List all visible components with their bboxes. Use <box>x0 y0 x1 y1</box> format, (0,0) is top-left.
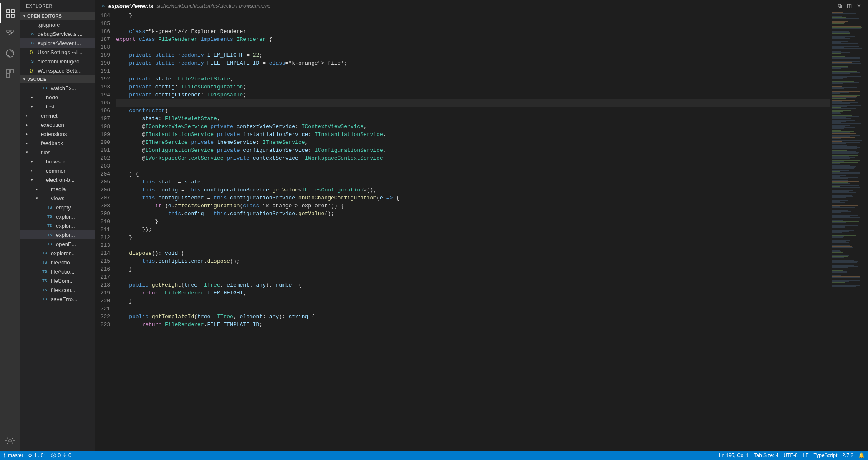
tab-filepath: src/vs/workbench/parts/files/electron-br… <box>156 3 270 9</box>
status-bar: ᚶ master ⟳ 1↓ 0↑ ⓧ 0 ⚠ 0 Ln 195, Col 1 T… <box>0 451 868 460</box>
svg-point-4 <box>9 440 11 442</box>
status-tab-size[interactable]: Tab Size: 4 <box>754 452 778 458</box>
status-language[interactable]: TypeScript <box>814 452 838 458</box>
tree-item-label: emmet <box>41 113 58 119</box>
close-icon[interactable]: ✕ <box>857 3 861 9</box>
file-type-badge: TS <box>46 224 53 228</box>
tree-item[interactable]: TSwatchEx... <box>20 83 95 93</box>
file-name: explorerViewer.t... <box>38 40 81 46</box>
svg-rect-1 <box>6 70 10 73</box>
status-encoding[interactable]: UTF-8 <box>784 452 798 458</box>
workspace-header[interactable]: ▾ VSCODE <box>20 75 95 83</box>
tree-item-label: saveErro... <box>51 296 77 302</box>
tree-item[interactable]: ▸common <box>20 166 95 175</box>
file-type-badge: TS <box>41 279 48 283</box>
file-name: User Settings ~/L... <box>38 49 84 55</box>
chevron-icon: ▾ <box>36 196 40 200</box>
status-eol[interactable]: LF <box>803 452 809 458</box>
tree-item-label: openE... <box>56 241 76 247</box>
chevron-icon: ▸ <box>26 132 30 136</box>
tree-item-label: extensions <box>41 131 67 137</box>
file-type-badge: TS <box>98 4 106 8</box>
tree-item[interactable]: ▸extensions <box>20 129 95 138</box>
chevron-down-icon: ▾ <box>23 14 25 18</box>
file-type-badge: TS <box>46 242 53 246</box>
file-type-badge: {} <box>28 50 35 54</box>
tree-item[interactable]: ▸browser <box>20 157 95 166</box>
chevron-icon: ▸ <box>31 104 35 108</box>
tree-item-label: explorer... <box>51 250 75 256</box>
tree-item-label: test <box>46 103 55 110</box>
tree-item[interactable]: ▸emmet <box>20 111 95 120</box>
tree-item[interactable]: ▾files <box>20 148 95 157</box>
open-editor-item[interactable]: .gitignore <box>20 20 95 29</box>
tab-filename[interactable]: explorerViewer.ts <box>108 3 153 9</box>
open-editor-item[interactable]: TSexplorerViewer.t... <box>20 38 95 48</box>
tree-item-label: node <box>46 94 58 101</box>
svg-rect-3 <box>6 74 10 77</box>
tree-item[interactable]: ▸execution <box>20 120 95 129</box>
chevron-icon: ▾ <box>31 178 35 182</box>
activity-scm-icon[interactable] <box>0 23 20 43</box>
tree-item-label: files.con... <box>51 287 76 293</box>
tree-item-label: execution <box>41 122 64 128</box>
file-type-badge: TS <box>41 297 48 301</box>
svg-rect-2 <box>10 70 14 73</box>
code-content[interactable]: } class="k-green">// Explorer Rendererex… <box>116 12 830 451</box>
tree-item-label: browser <box>46 158 65 165</box>
tree-item[interactable]: TSfileCom... <box>20 276 95 285</box>
compare-icon[interactable]: ⧉ <box>838 3 842 9</box>
file-type-badge: TS <box>46 233 53 237</box>
status-branch[interactable]: ᚶ master <box>3 452 23 458</box>
tree-item[interactable]: TSexplor... <box>20 230 95 239</box>
activity-extensions-icon[interactable] <box>0 63 20 83</box>
chevron-down-icon: ▾ <box>23 77 25 81</box>
tree-item[interactable]: ▾views <box>20 194 95 203</box>
open-editors-list: .gitignoreTSdebugService.ts ...TSexplore… <box>20 20 95 75</box>
tree-item[interactable]: TSexplor... <box>20 221 95 230</box>
file-type-badge: TS <box>28 41 35 45</box>
tree-item[interactable]: ▸node <box>20 93 95 102</box>
split-editor-icon[interactable]: ◫ <box>847 3 852 9</box>
activity-settings-icon[interactable] <box>0 431 20 451</box>
tree-item[interactable]: TSopenE... <box>20 239 95 249</box>
status-line-col[interactable]: Ln 195, Col 1 <box>719 452 749 458</box>
tree-item-label: media <box>51 186 66 192</box>
tree-item-label: fileCom... <box>51 278 74 284</box>
status-sync[interactable]: ⟳ 1↓ 0↑ <box>28 452 46 458</box>
open-editor-item[interactable]: TSelectronDebugAc... <box>20 57 95 66</box>
tree-item[interactable]: TSfileActio... <box>20 258 95 267</box>
chevron-icon: ▸ <box>31 95 35 99</box>
status-notifications-icon[interactable]: 🔔 <box>858 452 865 458</box>
chevron-icon: ▸ <box>31 159 35 163</box>
open-editor-item[interactable]: TSdebugService.ts ... <box>20 29 95 38</box>
tree-item[interactable]: TSsaveErro... <box>20 294 95 304</box>
activity-debug-icon[interactable] <box>0 43 20 63</box>
status-ts-version[interactable]: 2.7.2 <box>842 452 853 458</box>
open-editor-item[interactable]: {}Workspace Setti... <box>20 66 95 75</box>
tree-item[interactable]: TSexplorer... <box>20 249 95 258</box>
file-type-badge: TS <box>28 59 35 63</box>
minimap[interactable] <box>830 12 868 451</box>
tree-item[interactable]: ▾electron-b... <box>20 175 95 184</box>
tree-item-label: views <box>51 195 65 201</box>
editor-body[interactable]: 1841851861871881891901911921931941951961… <box>95 12 868 451</box>
file-type-badge: TS <box>41 251 48 255</box>
tree-item[interactable]: ▸feedback <box>20 138 95 148</box>
tree-item[interactable]: ▸test <box>20 102 95 111</box>
tree-item[interactable]: TSempty... <box>20 203 95 212</box>
tree-item[interactable]: TSfileActio... <box>20 267 95 276</box>
activity-explorer-icon[interactable] <box>0 3 20 23</box>
line-number-gutter: 1841851861871881891901911921931941951961… <box>95 12 116 451</box>
chevron-icon: ▸ <box>31 168 35 173</box>
tree-item[interactable]: ▸media <box>20 184 95 194</box>
open-editors-header[interactable]: ▾ OPEN EDITORS <box>20 12 95 20</box>
tree-item[interactable]: TSfiles.con... <box>20 285 95 294</box>
status-problems[interactable]: ⓧ 0 ⚠ 0 <box>51 452 71 459</box>
file-type-badge: TS <box>28 32 35 36</box>
tree-item-label: explor... <box>56 232 75 238</box>
tree-item-label: fileActio... <box>51 269 74 275</box>
tree-item[interactable]: TSexplor... <box>20 212 95 221</box>
open-editor-item[interactable]: {}User Settings ~/L... <box>20 48 95 57</box>
file-type-badge: TS <box>41 269 48 274</box>
